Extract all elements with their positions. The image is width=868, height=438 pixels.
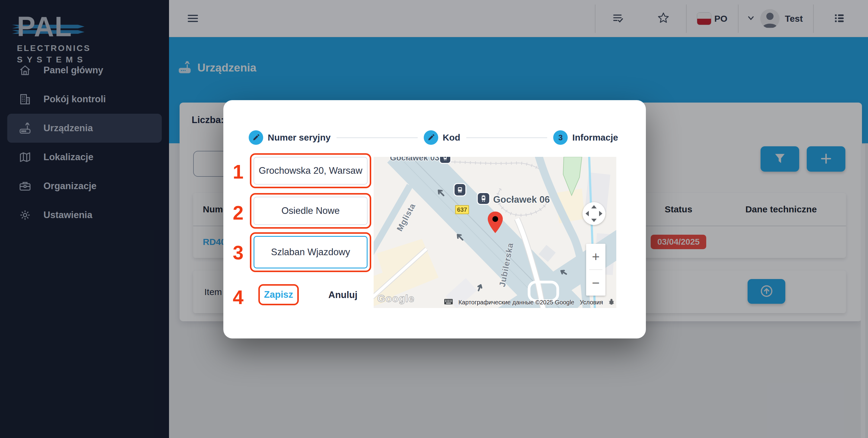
map-zoom-control: + −	[586, 244, 606, 296]
transit-stop-label-goclawek-06[interactable]: Gocławek 06	[493, 194, 550, 205]
map-attribution: Картографические данные ©2025 Google Усл…	[444, 298, 615, 306]
tram-stop-icon-goclawek-06[interactable]	[478, 193, 489, 204]
map-pan-control[interactable]	[583, 202, 606, 225]
annotation-number-4: 4	[231, 288, 245, 307]
step-connector	[337, 137, 417, 138]
annotation-number-2: 2	[231, 203, 245, 223]
route-637-badge: 637	[455, 205, 469, 214]
transit-stop-label-goclawek-03[interactable]: Gocławek 03	[390, 157, 439, 163]
annotation-number-3: 3	[231, 243, 245, 263]
step-label: Informacje	[572, 132, 618, 143]
location-map[interactable]: Gocławek 03 Gocławek 06 637 Mglista Jubi…	[374, 157, 616, 308]
bus-stop-icon[interactable]	[455, 184, 465, 196]
pencil-icon	[424, 130, 438, 145]
pan-down-icon[interactable]	[591, 219, 597, 222]
map-pin[interactable]	[488, 211, 503, 235]
map-data-attribution: Картографические данные ©2025 Google	[459, 299, 574, 306]
step-label: Kod	[443, 132, 460, 143]
step-number: 3	[553, 130, 568, 145]
save-button[interactable]: Zapisz	[264, 289, 293, 300]
location-name-input[interactable]	[253, 197, 368, 225]
device-name-input[interactable]	[253, 236, 368, 268]
annotation-frame-1	[250, 153, 371, 188]
cancel-button[interactable]: Anuluj	[329, 290, 357, 300]
step-kod[interactable]: Kod	[424, 130, 460, 145]
annotation-frame-3	[250, 232, 371, 272]
step-numer-seryjny[interactable]: Numer seryjny	[249, 130, 331, 145]
annotation-frame-2	[250, 193, 371, 229]
keyboard-icon[interactable]	[444, 299, 453, 306]
pan-right-icon[interactable]	[599, 211, 602, 216]
annotation-number-1: 1	[231, 162, 245, 181]
step-informacje[interactable]: 3 Informacje	[553, 130, 618, 145]
report-error-icon[interactable]	[609, 298, 615, 306]
pan-up-icon[interactable]	[591, 205, 597, 208]
step-label: Numer seryjny	[268, 132, 331, 143]
zoom-out-button[interactable]: −	[586, 270, 606, 296]
step-connector	[466, 137, 547, 138]
pencil-icon	[249, 130, 263, 145]
screen: PAL ELECTRONICS SYSTEMS Panel główny Pok…	[0, 0, 868, 438]
pan-left-icon[interactable]	[586, 211, 589, 216]
address-input[interactable]	[253, 157, 368, 184]
zoom-in-button[interactable]: +	[586, 244, 606, 269]
tram-stop-icon[interactable]	[440, 157, 450, 163]
wizard-stepper: Numer seryjny Kod 3 Informacje	[249, 129, 618, 146]
terms-link[interactable]: Условия	[580, 299, 603, 306]
google-logo: Google	[377, 293, 414, 304]
annotation-frame-4: Zapisz	[258, 284, 299, 305]
device-wizard-modal: Numer seryjny Kod 3 Informacje 1	[223, 100, 646, 338]
